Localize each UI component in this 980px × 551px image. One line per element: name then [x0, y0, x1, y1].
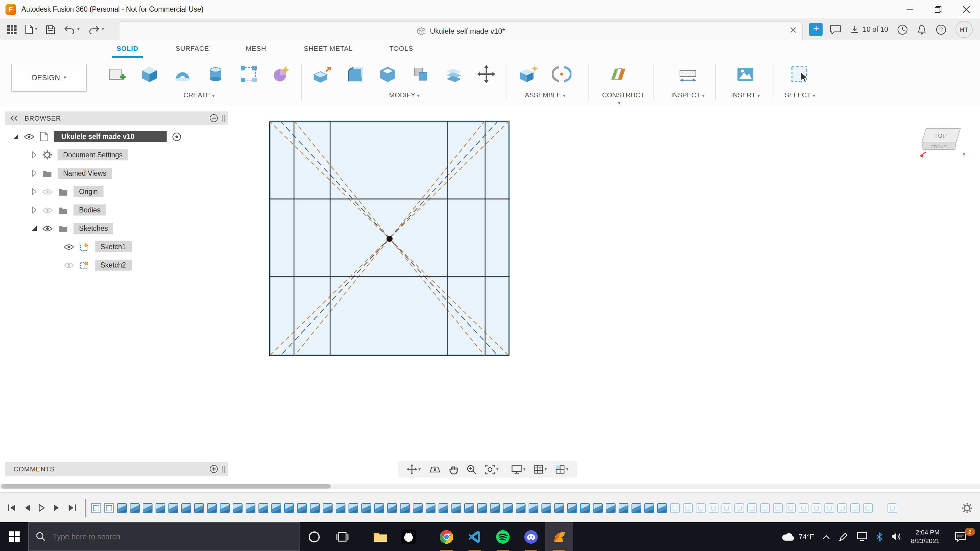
browser-row-named-views[interactable]: Named Views [5, 165, 112, 181]
panel-grip-handle[interactable] [222, 115, 225, 122]
combine-button[interactable] [407, 59, 434, 89]
timeline-feature-sketch-icon[interactable] [91, 503, 101, 513]
browser-row-bodies[interactable]: Bodies [5, 202, 106, 218]
sketch-origin-point[interactable] [387, 236, 393, 242]
tray-icon-display[interactable] [853, 522, 872, 551]
timeline-feature-fillet-icon[interactable] [863, 503, 873, 513]
timeline-feature-extrude-icon[interactable] [207, 503, 217, 513]
extrude-button[interactable] [136, 59, 164, 89]
timeline-feature-extrude-icon[interactable] [632, 503, 641, 513]
tab-close-button[interactable] [791, 27, 797, 33]
collapse-panel-button[interactable] [10, 115, 18, 121]
eye-visible-icon[interactable] [24, 133, 34, 140]
close-button[interactable] [952, 0, 980, 18]
look-at-button[interactable] [427, 464, 443, 475]
timeline-feature-extrude-icon[interactable] [336, 503, 345, 513]
create-sketch-button[interactable] [103, 59, 131, 89]
browser-row-label[interactable]: Bodies [73, 205, 106, 216]
group-label-inspect[interactable]: INSPECT ▾ [671, 91, 705, 98]
timeline-step-forward-button[interactable] [53, 504, 60, 512]
tray-icon-volume[interactable] [887, 522, 906, 551]
tab-surface[interactable]: SURFACE [172, 40, 213, 56]
timeline-feature-extrude-icon[interactable] [400, 503, 410, 513]
browser-row-sketch2[interactable]: Sketch2 [5, 257, 131, 273]
group-label-select[interactable]: SELECT ▾ [783, 91, 817, 98]
timeline-feature-extrude-icon[interactable] [284, 503, 294, 513]
task-view-button[interactable] [328, 522, 356, 551]
timeline-feature-extrude-icon[interactable] [169, 503, 178, 513]
expander-closed-icon[interactable] [32, 188, 37, 195]
browser-row-label[interactable]: Sketch2 [95, 260, 131, 271]
timeline-play-button[interactable] [38, 504, 45, 512]
expander-closed-icon[interactable] [32, 151, 37, 159]
timeline-feature-fillet-icon[interactable] [696, 503, 706, 513]
timeline-feature-extrude-icon[interactable] [246, 503, 255, 513]
zoom-button[interactable] [464, 463, 479, 475]
viewport-canvas[interactable]: TOP FRONT x BROWSER Ukulele self made v1… [0, 106, 980, 492]
restore-button[interactable] [924, 0, 952, 18]
browser-row-label[interactable]: Document Settings [57, 149, 128, 160]
eye-visible-icon[interactable] [64, 243, 74, 250]
timeline-feature-fillet-icon[interactable] [888, 503, 897, 513]
timeline-feature-extrude-icon[interactable] [413, 503, 423, 513]
view-cube-front-label[interactable]: FRONT [931, 144, 947, 149]
file-menu-button[interactable]: ▾ [25, 24, 37, 34]
timeline-feature-sketch-icon[interactable] [104, 503, 114, 513]
joint-button[interactable] [547, 59, 576, 89]
add-comment-button[interactable] [210, 465, 218, 473]
save-button[interactable] [46, 25, 55, 34]
user-avatar[interactable]: HT [956, 21, 973, 38]
expander-open-icon[interactable] [13, 134, 18, 139]
tray-show-hidden-icons[interactable] [819, 522, 835, 551]
insert-button[interactable] [731, 59, 759, 89]
timeline-skip-start-button[interactable] [7, 504, 16, 512]
browser-row-label[interactable]: Sketches [73, 223, 114, 234]
timeline-feature-fillet-icon[interactable] [670, 503, 680, 513]
group-label-create[interactable]: CREATE ▾ [103, 91, 295, 98]
timeline-feature-extrude-icon[interactable] [516, 503, 525, 513]
timeline-settings-button[interactable] [962, 502, 980, 513]
browser-row-sketches[interactable]: Sketches [5, 221, 114, 236]
browser-header[interactable]: BROWSER [5, 111, 228, 125]
select-button[interactable] [786, 59, 814, 89]
expander-closed-icon[interactable] [32, 170, 37, 177]
horizontal-scrollbar[interactable] [0, 484, 980, 489]
browser-row-document-settings[interactable]: Document Settings [5, 147, 128, 163]
timeline-feature-extrude-icon[interactable] [348, 503, 358, 513]
timeline-feature-extrude-icon[interactable] [258, 503, 268, 513]
app-icon-fusion-360[interactable] [545, 522, 573, 551]
minimize-button[interactable] [896, 0, 924, 18]
browser-row-label[interactable]: Named Views [57, 168, 112, 179]
eye-visible-icon[interactable] [42, 225, 52, 232]
timeline-feature-extrude-icon[interactable] [554, 503, 564, 513]
timeline-feature-fillet-icon[interactable] [709, 503, 719, 513]
timeline-feature-fillet-icon[interactable] [786, 503, 795, 513]
timeline-feature-fillet-icon[interactable] [747, 503, 757, 513]
job-status[interactable]: 10 of 10 [850, 25, 888, 34]
redo-button[interactable]: ▾ [88, 25, 104, 34]
cortana-button[interactable] [300, 522, 328, 551]
tab-sheet-metal[interactable]: SHEET METAL [301, 40, 355, 56]
tray-icon-bluetooth[interactable] [872, 522, 887, 551]
timeline-feature-extrude-icon[interactable] [194, 503, 204, 513]
app-icon-github[interactable] [395, 522, 423, 551]
taskbar-clock[interactable]: 2:04 PM 8/23/2021 [906, 528, 945, 545]
move-copy-button[interactable] [473, 59, 500, 89]
timeline-feature-extrude-icon[interactable] [644, 503, 654, 513]
document-tab[interactable]: Ukulele self made v10* [119, 21, 803, 40]
app-icon-spotify[interactable] [489, 522, 517, 551]
sketch-drawing[interactable] [269, 121, 510, 356]
pan-button[interactable] [447, 463, 461, 475]
timeline-feature-fillet-icon[interactable] [837, 503, 847, 513]
browser-collapse-all-button[interactable] [210, 114, 218, 122]
tab-tools[interactable]: TOOLS [386, 40, 417, 56]
group-label-assemble[interactable]: ASSEMBLE ▾ [513, 91, 577, 98]
timeline-feature-fillet-icon[interactable] [773, 503, 783, 513]
action-center-button[interactable]: 2 [945, 522, 976, 551]
app-icon-vscode[interactable] [461, 522, 489, 551]
pattern-button[interactable] [234, 59, 262, 89]
app-icon-discord[interactable] [517, 522, 545, 551]
timeline-feature-extrude-icon[interactable] [541, 503, 551, 513]
timeline-feature-fillet-icon[interactable] [811, 503, 821, 513]
history-button[interactable] [897, 24, 908, 35]
